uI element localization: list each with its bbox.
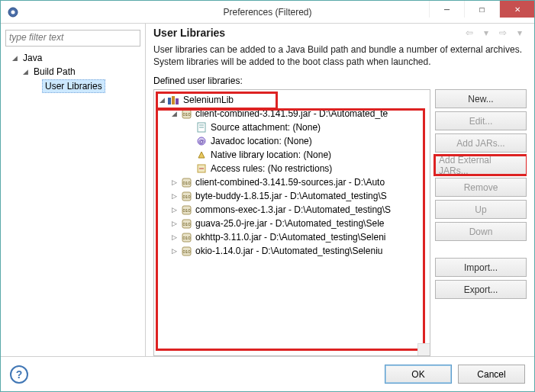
expand-icon[interactable]: ◢	[10, 53, 19, 63]
jar-label: client-combined-3.141.59-sources.jar - D…	[195, 177, 385, 188]
libraries-row: ◢ SeleniumLib ◢ 010 client-combined-3.14…	[153, 89, 527, 356]
expand-icon[interactable]: ▷	[169, 247, 179, 255]
up-button[interactable]: Up	[435, 200, 527, 219]
expand-icon[interactable]: ◢	[157, 96, 166, 104]
add-external-jars-button[interactable]: Add External JARs...	[435, 156, 527, 175]
edit-button[interactable]: Edit...	[435, 111, 527, 130]
detail-label: Source attachment: (None)	[211, 122, 321, 133]
svg-rect-4	[176, 98, 179, 104]
page-description: User libraries can be added to a Java Bu…	[153, 43, 527, 68]
jar-icon: 010	[180, 108, 192, 120]
svg-text:010: 010	[182, 194, 191, 199]
javadoc-icon: @	[195, 135, 208, 147]
forward-menu[interactable]: ▾	[513, 27, 527, 38]
svg-point-1	[11, 10, 15, 14]
tree-label: User Libraries	[42, 79, 105, 93]
native-library-location[interactable]: Native library location: (None)	[156, 148, 428, 162]
scroll-corner	[417, 343, 430, 355]
maximize-button[interactable]: □	[464, 1, 499, 18]
remove-button[interactable]: Remove	[435, 178, 527, 197]
source-attachment[interactable]: Source attachment: (None)	[156, 120, 428, 134]
back-button[interactable]: ⇦	[462, 27, 476, 38]
tree-node-user-libraries[interactable]: User Libraries	[31, 79, 140, 94]
content-area: ◢ Java ◢ Build Path User Libraries User …	[1, 24, 534, 356]
jar-node[interactable]: ▷ 010 commons-exec-1.3.jar - D:\Automate…	[156, 203, 428, 217]
detail-label: Access rules: (No restrictions)	[211, 163, 332, 174]
library-node[interactable]: ◢ SeleniumLib	[156, 93, 428, 107]
footer-buttons: OK Cancel	[385, 365, 525, 384]
jar-label: guava-25.0-jre.jar - D:\Automated_testin…	[195, 218, 384, 229]
detail-label: Native library location: (None)	[211, 149, 331, 160]
filter-box[interactable]	[5, 30, 140, 47]
back-menu[interactable]: ▾	[479, 27, 493, 38]
jar-icon: 010	[180, 245, 192, 257]
forward-button[interactable]: ⇨	[496, 27, 510, 38]
jar-icon: 010	[180, 231, 192, 243]
expand-icon[interactable]: ◢	[169, 110, 179, 117]
jar-node-expanded[interactable]: ◢ 010 client-combined-3.141.59.jar - D:\…	[156, 107, 428, 120]
spacer	[31, 82, 40, 91]
down-button[interactable]: Down	[435, 222, 527, 241]
jar-icon: 010	[180, 176, 192, 188]
export-button[interactable]: Export...	[435, 280, 527, 299]
library-icon	[168, 94, 180, 106]
jar-icon: 010	[180, 204, 192, 216]
library-actions: New... Edit... Add JARs... Add External …	[435, 89, 527, 356]
library-name: SeleniumLib	[183, 95, 234, 105]
libraries-tree-panel[interactable]: ◢ SeleniumLib ◢ 010 client-combined-3.14…	[153, 89, 430, 356]
new-button[interactable]: New...	[435, 89, 527, 108]
access-rules[interactable]: Access rules: (No restrictions)	[156, 162, 428, 175]
jar-node[interactable]: ▷ 010 byte-buddy-1.8.15.jar - D:\Automat…	[156, 189, 428, 203]
expand-icon[interactable]: ▷	[169, 233, 179, 241]
window-controls: ─ □ ✕	[429, 1, 534, 18]
expand-icon[interactable]: ▷	[169, 220, 179, 227]
preferences-tree[interactable]: ◢ Java ◢ Build Path User Libraries	[5, 51, 140, 350]
jar-node[interactable]: ▷ 010 okio-1.14.0.jar - D:\Automated_tes…	[156, 244, 428, 258]
expand-icon[interactable]: ▷	[169, 206, 179, 214]
expand-icon[interactable]: ▷	[169, 192, 179, 200]
native-icon	[195, 149, 208, 161]
jar-label: okio-1.14.0.jar - D:\Automated_testing\S…	[195, 246, 382, 256]
jar-label: byte-buddy-1.8.15.jar - D:\Automated_tes…	[195, 191, 387, 201]
svg-text:@: @	[198, 138, 205, 145]
window-title: Preferences (Filtered)	[223, 7, 311, 18]
svg-text:010: 010	[182, 249, 191, 254]
dialog-footer: ? OK Cancel	[1, 356, 534, 391]
cancel-button[interactable]: Cancel	[458, 365, 525, 384]
settings-pane: User Libraries ⇦ ▾ ⇨ ▾ User libraries ca…	[146, 24, 534, 356]
jar-label: okhttp-3.11.0.jar - D:\Automated_testing…	[195, 232, 385, 243]
tree-node-java[interactable]: ◢ Java	[10, 51, 140, 65]
close-button[interactable]: ✕	[499, 1, 534, 18]
expand-icon[interactable]: ▷	[169, 178, 179, 186]
jar-label: client-combined-3.141.59.jar - D:\Automa…	[195, 108, 388, 119]
jar-icon: 010	[180, 190, 192, 202]
svg-text:010: 010	[182, 181, 191, 185]
minimize-button[interactable]: ─	[429, 1, 464, 18]
detail-label: Javadoc location: (None)	[211, 136, 312, 146]
help-button[interactable]: ?	[10, 365, 28, 384]
add-jars-button[interactable]: Add JARs...	[435, 133, 527, 153]
ok-button[interactable]: OK	[385, 365, 452, 384]
preferences-window: Preferences (Filtered) ─ □ ✕ ◢ Java ◢ Bu…	[0, 0, 535, 392]
svg-rect-3	[172, 96, 175, 104]
filter-input[interactable]	[9, 32, 137, 43]
import-button[interactable]: Import...	[435, 258, 527, 277]
page-header: User Libraries ⇦ ▾ ⇨ ▾	[153, 27, 527, 39]
source-icon	[195, 121, 208, 133]
svg-rect-2	[168, 98, 171, 104]
tree-node-build-path[interactable]: ◢ Build Path	[21, 65, 140, 79]
svg-text:010: 010	[182, 222, 191, 227]
expand-icon[interactable]: ◢	[21, 67, 30, 76]
jar-icon: 010	[180, 217, 192, 230]
jar-node[interactable]: ▷ 010 okhttp-3.11.0.jar - D:\Automated_t…	[156, 230, 428, 244]
tree-label: Build Path	[31, 66, 78, 78]
javadoc-location[interactable]: @ Javadoc location: (None)	[156, 134, 428, 148]
jar-node[interactable]: ▷ 010 client-combined-3.141.59-sources.j…	[156, 175, 428, 189]
navigation-pane: ◢ Java ◢ Build Path User Libraries	[1, 24, 146, 356]
titlebar: Preferences (Filtered) ─ □ ✕	[1, 1, 534, 24]
jar-node[interactable]: ▷ 010 guava-25.0-jre.jar - D:\Automated_…	[156, 217, 428, 230]
svg-text:010: 010	[182, 208, 191, 213]
tree-label: Java	[21, 52, 44, 64]
history-nav: ⇦ ▾ ⇨ ▾	[462, 27, 527, 38]
app-icon	[7, 6, 19, 18]
